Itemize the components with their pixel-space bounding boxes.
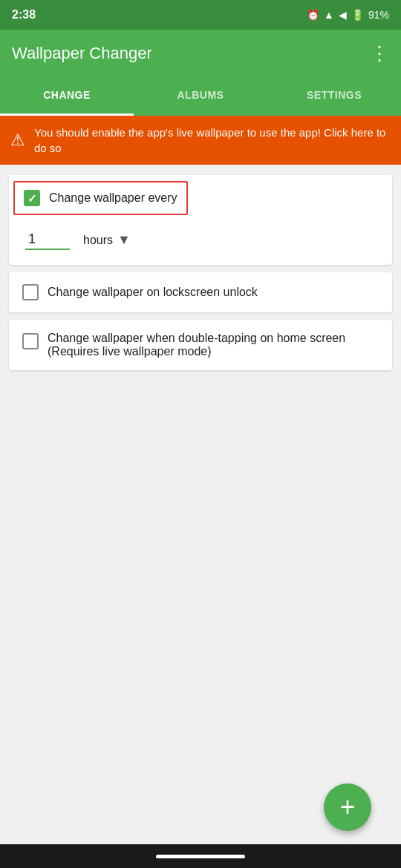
card-change-every: ✓ Change wallpaper every hours ▼ <box>9 175 392 265</box>
wifi-icon: ▲ <box>324 9 334 21</box>
change-every-checkbox[interactable]: ✓ <box>24 190 40 206</box>
change-every-label: Change wallpaper every <box>49 191 177 205</box>
status-bar: 2:38 ⏰ ▲ ◀ 🔋 91% <box>0 0 401 30</box>
warning-icon: ⚠ <box>10 131 25 150</box>
more-options-icon[interactable]: ⋮ <box>370 44 389 63</box>
lockscreen-checkbox[interactable] <box>22 284 39 300</box>
alarm-icon: ⏰ <box>307 9 319 21</box>
fab-add[interactable]: + <box>324 783 371 831</box>
content-area: ✓ Change wallpaper every hours ▼ Change … <box>0 165 401 381</box>
app-bar: Wallpaper Changer ⋮ <box>0 30 401 77</box>
time-row: hours ▼ <box>25 230 379 250</box>
card-double-tap: Change wallpaper when double-tapping on … <box>9 320 392 370</box>
lockscreen-label: Change wallpaper on lockscreen unlock <box>48 286 258 299</box>
battery-percent: 91% <box>368 9 389 21</box>
double-tap-checkbox-row[interactable]: Change wallpaper when double-tapping on … <box>22 332 379 358</box>
change-every-checkbox-row[interactable]: ✓ Change wallpaper every <box>13 181 188 215</box>
time-value-input[interactable] <box>25 230 70 250</box>
bottom-pill <box>156 855 245 858</box>
battery-icon: 🔋 <box>351 9 364 21</box>
card-lockscreen: Change wallpaper on lockscreen unlock <box>9 272 392 312</box>
status-time: 2:38 <box>12 8 36 22</box>
signal-icon: ◀ <box>339 9 347 21</box>
bottom-bar <box>0 844 401 868</box>
lockscreen-checkbox-row[interactable]: Change wallpaper on lockscreen unlock <box>22 284 379 300</box>
double-tap-label: Change wallpaper when double-tapping on … <box>48 332 379 358</box>
time-unit-select[interactable]: hours ▼ <box>83 232 131 248</box>
tab-change[interactable]: CHANGE <box>0 77 134 116</box>
fab-plus-icon: + <box>339 794 355 821</box>
checkmark-icon: ✓ <box>27 193 37 204</box>
time-unit-label: hours <box>83 234 113 247</box>
status-icons: ⏰ ▲ ◀ 🔋 91% <box>307 9 389 21</box>
warning-text: You should enable the app's live wallpap… <box>34 125 391 156</box>
double-tap-checkbox[interactable] <box>22 333 39 349</box>
dropdown-arrow-icon: ▼ <box>117 232 131 248</box>
tab-albums[interactable]: ALBUMS <box>134 77 267 116</box>
tab-bar: CHANGE ALBUMS SETTINGS <box>0 77 401 116</box>
app-title: Wallpaper Changer <box>12 44 152 63</box>
tab-settings[interactable]: SETTINGS <box>267 77 401 116</box>
warning-banner[interactable]: ⚠ You should enable the app's live wallp… <box>0 116 401 165</box>
